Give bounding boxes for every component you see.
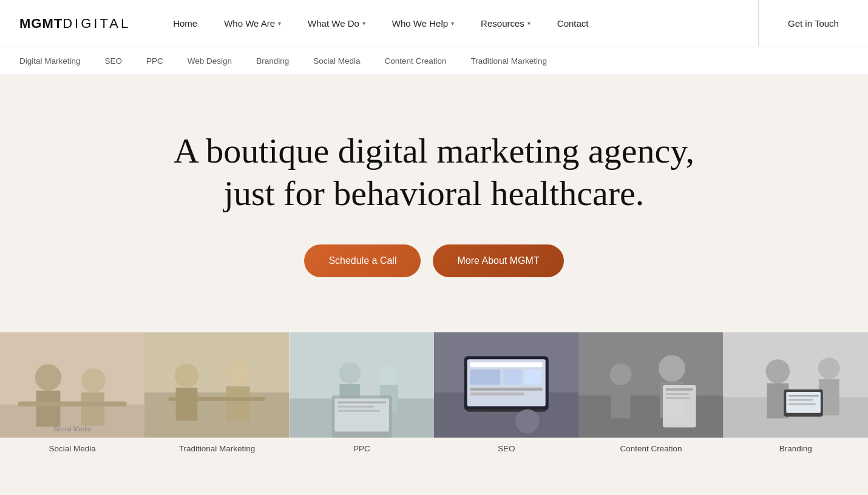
nav-who-we-are[interactable]: Who We Are ▾ bbox=[211, 0, 294, 47]
chevron-down-icon: ▾ bbox=[451, 20, 454, 27]
svg-point-47 bbox=[610, 363, 632, 385]
svg-rect-34 bbox=[470, 388, 543, 391]
hero-buttons: Schedule a Call More About MGMT bbox=[304, 244, 563, 277]
card-content-creation[interactable]: Content Creation bbox=[578, 332, 723, 463]
svg-rect-32 bbox=[503, 369, 521, 385]
svg-point-2 bbox=[35, 364, 62, 391]
card-label-4: Content Creation bbox=[578, 438, 723, 463]
card-label-1: Traditional Marketing bbox=[144, 438, 289, 463]
sub-nav-branding[interactable]: Branding bbox=[244, 47, 301, 75]
svg-rect-11 bbox=[176, 388, 198, 421]
hero-section: A boutique digital marketing agency, jus… bbox=[0, 75, 868, 320]
nav-home[interactable]: Home bbox=[160, 0, 211, 47]
nav-what-we-do[interactable]: What We Do ▾ bbox=[294, 0, 379, 47]
card-label-0: Social Media bbox=[0, 438, 144, 463]
card-seo[interactable]: SEO bbox=[434, 332, 578, 463]
logo-bold: MGMT bbox=[19, 16, 63, 31]
sub-nav-ppc[interactable]: PPC bbox=[134, 47, 175, 75]
card-label-3: SEO bbox=[434, 438, 578, 463]
svg-point-10 bbox=[175, 363, 199, 388]
header: MGMTDIGITAL Home Who We Are ▾ What We Do… bbox=[0, 0, 868, 47]
svg-rect-14 bbox=[169, 397, 265, 401]
card-image-2 bbox=[290, 332, 434, 438]
svg-rect-23 bbox=[337, 402, 385, 403]
svg-rect-31 bbox=[470, 369, 501, 385]
get-in-touch-button[interactable]: Get in Touch bbox=[759, 0, 868, 47]
chevron-down-icon: ▾ bbox=[527, 20, 531, 27]
nav-contact[interactable]: Contact bbox=[544, 0, 602, 47]
card-label-2: PPC bbox=[290, 438, 434, 463]
svg-rect-35 bbox=[470, 392, 524, 396]
svg-point-19 bbox=[379, 366, 399, 385]
sub-nav-web-design[interactable]: Web Design bbox=[175, 47, 244, 75]
svg-rect-40 bbox=[578, 396, 723, 438]
schedule-call-button[interactable]: Schedule a Call bbox=[304, 244, 421, 277]
card-branding[interactable]: Branding bbox=[724, 332, 868, 463]
sub-nav-traditional-marketing[interactable]: Traditional Marketing bbox=[459, 47, 560, 75]
svg-rect-5 bbox=[81, 392, 104, 426]
svg-rect-59 bbox=[788, 403, 816, 405]
hero-title: A boutique digital marketing agency, jus… bbox=[174, 130, 694, 214]
card-image-0: Social Media bbox=[0, 332, 144, 438]
sub-nav: Digital Marketing SEO PPC Web Design Bra… bbox=[0, 47, 868, 75]
svg-rect-46 bbox=[666, 397, 690, 399]
main-nav: Home Who We Are ▾ What We Do ▾ Who We He… bbox=[160, 0, 758, 47]
svg-rect-30 bbox=[470, 362, 543, 367]
card-image-4 bbox=[578, 332, 723, 438]
svg-rect-3 bbox=[36, 391, 61, 427]
card-ppc[interactable]: PPC bbox=[290, 332, 434, 463]
svg-rect-33 bbox=[524, 369, 541, 385]
svg-point-38 bbox=[515, 409, 540, 434]
more-about-button[interactable]: More About MGMT bbox=[433, 244, 563, 277]
service-cards-section: Social Media Social Media Traditional Ma… bbox=[0, 320, 868, 463]
sub-nav-seo[interactable]: SEO bbox=[93, 47, 135, 75]
svg-point-53 bbox=[818, 358, 840, 380]
svg-rect-45 bbox=[666, 393, 689, 395]
logo[interactable]: MGMTDIGITAL bbox=[19, 16, 131, 32]
chevron-down-icon: ▾ bbox=[362, 20, 365, 27]
svg-point-37 bbox=[472, 412, 493, 434]
sub-nav-content-creation[interactable]: Content Creation bbox=[372, 47, 458, 75]
svg-point-12 bbox=[225, 360, 251, 386]
card-label-5: Branding bbox=[724, 438, 868, 463]
svg-text:Social Media: Social Media bbox=[53, 426, 92, 433]
svg-point-4 bbox=[81, 368, 106, 392]
svg-rect-57 bbox=[788, 395, 819, 397]
svg-rect-48 bbox=[611, 385, 631, 419]
card-social-media[interactable]: Social Media Social Media bbox=[0, 332, 144, 463]
logo-light: DIGITAL bbox=[63, 16, 131, 31]
chevron-down-icon: ▾ bbox=[278, 20, 281, 27]
sub-nav-digital-marketing[interactable]: Digital Marketing bbox=[19, 47, 93, 75]
svg-rect-6 bbox=[18, 402, 127, 406]
card-image-5 bbox=[724, 332, 868, 438]
svg-rect-25 bbox=[337, 410, 380, 412]
card-image-3 bbox=[434, 332, 578, 438]
svg-rect-13 bbox=[226, 386, 250, 422]
card-image-1 bbox=[144, 332, 289, 438]
nav-resources[interactable]: Resources ▾ bbox=[467, 0, 544, 47]
svg-point-17 bbox=[339, 362, 361, 384]
card-traditional-marketing[interactable]: Traditional Marketing bbox=[144, 332, 289, 463]
svg-point-41 bbox=[659, 355, 685, 382]
nav-who-we-help[interactable]: Who We Help ▾ bbox=[379, 0, 467, 47]
svg-point-51 bbox=[765, 359, 790, 383]
svg-rect-43 bbox=[663, 385, 696, 428]
svg-rect-58 bbox=[788, 399, 813, 401]
svg-rect-22 bbox=[334, 399, 388, 432]
svg-rect-44 bbox=[666, 388, 693, 391]
svg-rect-24 bbox=[337, 406, 374, 408]
sub-nav-social-media[interactable]: Social Media bbox=[301, 47, 372, 75]
